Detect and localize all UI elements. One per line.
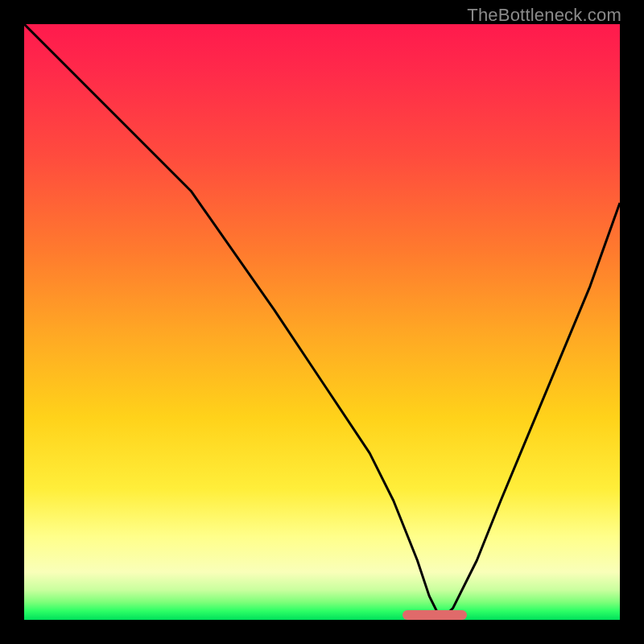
watermark-text: TheBottleneck.com — [467, 5, 621, 26]
line-chart — [24, 24, 620, 620]
chart-frame: TheBottleneck.com — [0, 0, 644, 644]
plot-area — [24, 24, 620, 620]
bottleneck-curve-path — [24, 24, 620, 620]
optimal-range-marker — [402, 610, 467, 620]
